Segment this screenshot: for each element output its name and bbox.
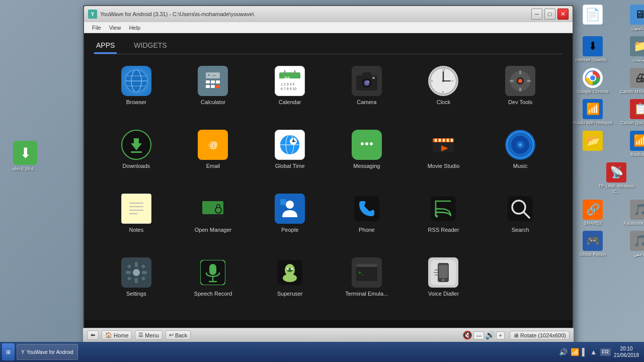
desktop-icon-chrome[interactable]: Google Chrome xyxy=(570,66,615,97)
app-calendar[interactable]: Jul 1 2 3 4 5 6 7 8 9 10 Calendar xyxy=(253,62,327,121)
menu-file[interactable]: File xyxy=(88,24,105,32)
tab-widgets[interactable]: WIDGETS xyxy=(132,38,169,54)
calculator-icon: + — xyxy=(198,66,228,96)
desktop-icon-canon[interactable]: 🖨 Canon MX920 ser... xyxy=(617,66,644,97)
desktop-icon-ghost-recon[interactable]: 🎮 Ghost Recon xyxy=(570,229,615,259)
alakhas-icon: 🎵 xyxy=(630,231,644,251)
taskbar-time: 20:10 xyxy=(614,345,639,352)
app-settings[interactable]: Settings xyxy=(99,253,174,312)
svg-rect-127 xyxy=(356,264,377,267)
app-speechrecord[interactable]: Speech Record xyxy=(176,253,251,312)
people-icon-img xyxy=(275,194,305,224)
app-tabs: APPS WIDGETS xyxy=(84,33,573,54)
app-calculator[interactable]: + — Calculator xyxy=(176,62,251,121)
desktop-icon-baiduwifi[interactable]: 📶 BaiduWifi xyxy=(617,129,644,159)
browser-icon xyxy=(121,66,151,96)
devtools-icon-img xyxy=(505,66,535,96)
browser-label: Browser xyxy=(126,99,146,105)
desktop-icon-alakhas[interactable]: 🎵 الاخص xyxy=(617,229,644,259)
svg-point-80 xyxy=(519,143,522,146)
desktop-icon-files[interactable]: 📁 الملفات xyxy=(617,34,644,65)
emu-menu-label: Menu xyxy=(145,332,159,338)
svg-rect-14 xyxy=(216,80,220,83)
desktop-icon-document[interactable]: 📄 xyxy=(570,3,615,33)
svg-text:6: 6 xyxy=(442,90,444,94)
app-openmanager[interactable]: Open Manager xyxy=(176,190,251,248)
menu-view[interactable]: View xyxy=(105,24,125,32)
calendar-icon-img: Jul 1 2 3 4 5 6 7 8 9 10 xyxy=(275,66,305,96)
app-camera[interactable]: Camera xyxy=(330,62,404,121)
app-browser[interactable]: Browser xyxy=(99,62,174,121)
desktop-icon-tplink[interactable]: 📡 TP-LINK Wireless C... xyxy=(594,160,639,197)
home-icon: 🏠 xyxy=(105,332,112,338)
svg-rect-29 xyxy=(362,72,371,77)
rotate-btn[interactable]: 🖥 Rotate (1024x600) xyxy=(510,331,570,340)
app-messaging[interactable]: Messaging xyxy=(330,126,404,185)
desktop-icon-baidu-hotspot[interactable]: 📶 Baidu WiFi Hotspot xyxy=(570,97,615,128)
app-phone[interactable]: Phone xyxy=(330,190,404,248)
desktop-icon-shareit[interactable]: 🔗 SHAREit xyxy=(570,198,615,228)
tray-notification-icon[interactable]: ▲ xyxy=(590,348,597,356)
svg-text:12: 12 xyxy=(442,68,445,71)
svg-rect-109 xyxy=(142,271,147,274)
tray-volume-icon[interactable]: 🔊 xyxy=(559,348,568,356)
calendar-label: Calendar xyxy=(279,99,301,105)
app-people[interactable]: People xyxy=(253,190,327,248)
svg-point-67 xyxy=(365,142,368,145)
taskbar-youwave-label: YouWave for Android xyxy=(27,349,73,355)
app-rssreader[interactable]: RSS Reader xyxy=(407,190,481,248)
app-moviestudio[interactable]: Movie Studio xyxy=(407,126,481,185)
desktop-icon-canon-quick[interactable]: 📋 Canon Quick Menu xyxy=(617,97,644,128)
emu-back-arrow-btn[interactable]: ⬅ xyxy=(87,330,99,340)
app-email[interactable]: @ Email xyxy=(176,126,251,185)
app-notes[interactable]: Notes xyxy=(99,190,174,248)
tab-apps[interactable]: APPS xyxy=(94,38,117,54)
app-globaltime[interactable]: Global Time xyxy=(253,126,327,185)
svg-text:@: @ xyxy=(210,141,218,149)
svg-text:9: 9 xyxy=(431,79,433,82)
emu-menu-btn[interactable]: ☰ Menu xyxy=(135,330,163,340)
svg-text:6  7  8  9 10: 6 7 8 9 10 xyxy=(281,87,296,90)
app-voicedialler[interactable]: Voice Dialler xyxy=(407,253,481,312)
close-button[interactable]: ✕ xyxy=(557,9,569,20)
start-button[interactable]: ⊞ xyxy=(2,343,15,360)
moviestudio-icon-img xyxy=(428,130,458,160)
speechrecord-label: Speech Record xyxy=(194,291,232,297)
volume-icon: 🔇 xyxy=(462,330,472,340)
volume-down-btn[interactable]: — xyxy=(473,331,484,339)
app-downloads[interactable]: Downloads xyxy=(99,126,174,185)
desktop-icon-folder[interactable]: 📂 xyxy=(570,129,615,159)
tray-network-icon[interactable]: 📶 xyxy=(571,348,579,356)
desktop-icon-computer[interactable]: 🖥 الحاسوب xyxy=(617,3,644,33)
emu-back-btn[interactable]: ↩ Back xyxy=(166,330,191,340)
svg-rect-17 xyxy=(216,85,220,88)
minimize-button[interactable]: ─ xyxy=(531,9,542,20)
desktop-icon-idm[interactable]: ⬇ Internet Downlo... xyxy=(570,34,615,65)
svg-rect-107 xyxy=(135,278,138,283)
document-icon: 📄 xyxy=(583,5,603,25)
taskbar-youwave[interactable]: Y YouWave for Android xyxy=(17,344,78,360)
android-content: APPS WIDGETS xyxy=(84,33,573,346)
taskbar-right: 🔊 📶 ▌ ▲ FR 20:10 21/06/2018 xyxy=(556,345,642,358)
app-terminalemulator[interactable]: >_ Terminal Emula... xyxy=(330,253,404,312)
camera-label: Camera xyxy=(357,99,376,105)
app-search[interactable]: Search xyxy=(483,190,557,248)
app-superuser[interactable]: Superuser xyxy=(253,253,327,312)
desktop: ⬇ idm.6.26-6... 📄 🖥 الحاسوب ⬇ Internet D… xyxy=(0,0,644,362)
emu-home-btn[interactable]: 🏠 Home xyxy=(102,330,132,340)
svg-point-45 xyxy=(518,79,522,83)
app-music[interactable]: Music xyxy=(483,126,557,185)
svg-rect-48 xyxy=(510,80,514,82)
desktop-icon-facebook-mp3[interactable]: 🎵 Facebook 195... xyxy=(617,198,644,228)
app-devtools[interactable]: Dev Tools xyxy=(483,62,557,121)
messaging-icon-img xyxy=(352,130,382,160)
menu-help[interactable]: Help xyxy=(125,24,144,32)
app-clock[interactable]: 12 3 6 9 Clock xyxy=(407,62,481,121)
svg-point-68 xyxy=(370,142,373,145)
maximize-button[interactable]: □ xyxy=(544,9,555,20)
moviestudio-label: Movie Studio xyxy=(428,163,460,169)
left-desktop-icon[interactable]: ⬇ idm.6.26-6... xyxy=(8,141,43,171)
volume-up-btn[interactable]: + xyxy=(496,331,504,339)
taskbar-language[interactable]: FR xyxy=(600,348,611,356)
svg-rect-71 xyxy=(435,139,437,142)
